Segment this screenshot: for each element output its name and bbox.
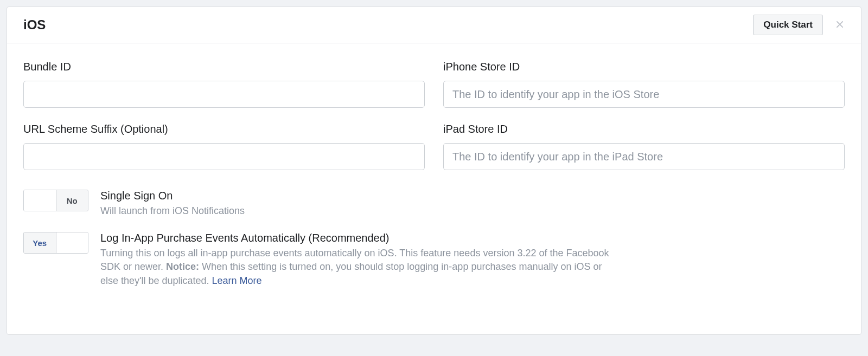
- iap-row: Yes Log In-App Purchase Events Automatic…: [23, 232, 845, 288]
- url-scheme-suffix-group: URL Scheme Suffix (Optional): [23, 123, 425, 170]
- ipad-store-id-label: iPad Store ID: [443, 123, 845, 135]
- iap-notice-label: Notice:: [166, 261, 199, 272]
- page-title: iOS: [23, 17, 46, 33]
- quick-start-button[interactable]: Quick Start: [753, 15, 823, 35]
- iap-toggle-yes[interactable]: Yes: [24, 232, 56, 253]
- close-button[interactable]: [832, 16, 848, 34]
- iap-toggle[interactable]: Yes: [23, 232, 88, 254]
- iphone-store-id-input[interactable]: [443, 81, 845, 108]
- iap-desc: Turning this on logs all in-app purchase…: [100, 247, 621, 288]
- ipad-store-id-group: iPad Store ID: [443, 123, 845, 170]
- panel-body: Bundle ID iPhone Store ID URL Scheme Suf…: [7, 43, 861, 334]
- sso-title: Single Sign On: [100, 190, 845, 202]
- bundle-id-group: Bundle ID: [23, 61, 425, 108]
- iap-text: Log In-App Purchase Events Automatically…: [100, 232, 845, 288]
- bundle-id-input[interactable]: [23, 81, 425, 108]
- sso-text: Single Sign On Will launch from iOS Noti…: [100, 190, 845, 218]
- iphone-store-id-label: iPhone Store ID: [443, 61, 845, 73]
- sso-toggle[interactable]: No: [23, 190, 88, 211]
- header-actions: Quick Start: [753, 15, 848, 35]
- sso-toggle-no[interactable]: No: [56, 190, 88, 211]
- panel-header: iOS Quick Start: [7, 7, 861, 43]
- iphone-store-id-group: iPhone Store ID: [443, 61, 845, 108]
- sso-desc: Will launch from iOS Notifications: [100, 204, 621, 218]
- url-scheme-suffix-label: URL Scheme Suffix (Optional): [23, 123, 425, 135]
- field-grid: Bundle ID iPhone Store ID URL Scheme Suf…: [23, 61, 845, 170]
- bundle-id-label: Bundle ID: [23, 61, 425, 73]
- sso-toggle-yes[interactable]: [24, 190, 56, 211]
- ios-settings-panel: iOS Quick Start Bundle ID iPhone Store I…: [7, 7, 861, 335]
- sso-row: No Single Sign On Will launch from iOS N…: [23, 190, 845, 218]
- iap-toggle-no[interactable]: [56, 232, 88, 253]
- ipad-store-id-input[interactable]: [443, 143, 845, 170]
- close-icon: [834, 18, 846, 32]
- iap-title: Log In-App Purchase Events Automatically…: [100, 232, 845, 244]
- url-scheme-suffix-input[interactable]: [23, 143, 425, 170]
- learn-more-link[interactable]: Learn More: [212, 275, 262, 286]
